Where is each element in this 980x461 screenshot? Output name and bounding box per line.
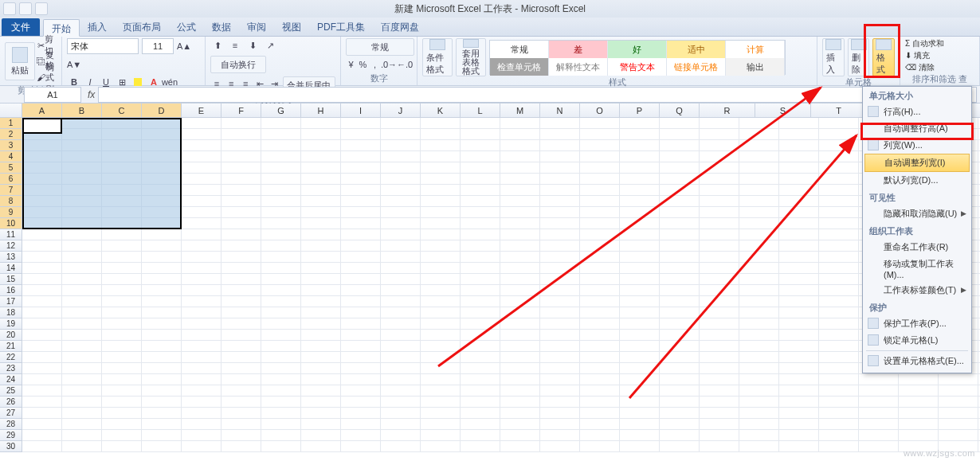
worksheet-grid[interactable]: ABCDEFGHIJKLMNOPQRSTU 123456789101112131… [0,104,980,461]
currency-icon[interactable]: ¥ [346,57,356,72]
row-header[interactable]: 30 [0,441,22,452]
row-header[interactable]: 2 [0,129,22,140]
format-painter-button[interactable]: 🖌 格式刷 [38,70,53,84]
row-header[interactable]: 23 [0,363,22,374]
row-header[interactable]: 1 [0,118,22,129]
row-header[interactable]: 24 [0,374,22,385]
menu-move-copy[interactable]: 移动或复制工作表(M)... [863,256,971,282]
formula-bar[interactable] [98,87,977,103]
tab-insert[interactable]: 插入 [80,18,115,36]
tab-pagelayout[interactable]: 页面布局 [115,18,169,36]
row-header[interactable]: 20 [0,330,22,341]
row-header[interactable]: 3 [0,140,22,151]
row-header[interactable]: 18 [0,307,22,318]
tab-data[interactable]: 数据 [204,18,239,36]
menu-row-height[interactable]: 行高(H)... [863,104,971,120]
tab-baidu[interactable]: 百度网盘 [373,18,427,36]
number-format-combo[interactable]: 常规 [346,38,414,56]
row-header[interactable]: 21 [0,341,22,352]
column-header[interactable]: Q [660,104,700,117]
style-cell[interactable]: 输出 [726,58,785,76]
decrease-decimal-icon[interactable]: ←.0 [398,57,412,72]
menu-autofit-col[interactable]: 自动调整列宽(I) [864,154,970,172]
select-all-corner[interactable] [0,104,22,117]
style-cell[interactable]: 警告文本 [608,58,667,76]
clear-button[interactable]: ⌫ 清除 [905,62,935,73]
row-header[interactable]: 6 [0,174,22,185]
style-cell[interactable]: 适中 [667,41,726,58]
name-box[interactable]: A1 [24,87,81,103]
column-header[interactable]: L [461,104,500,117]
menu-hide-unhide[interactable]: 隐藏和取消隐藏(U)▶ [863,205,971,222]
row-header[interactable]: 28 [0,419,22,430]
percent-icon[interactable]: % [358,57,368,72]
autosum-button[interactable]: Σ 自动求和 [905,38,944,49]
style-cell[interactable]: 链接单元格 [667,58,726,76]
column-header[interactable]: M [500,104,540,117]
row-header[interactable]: 11 [0,229,22,240]
tab-pdf[interactable]: PDF工具集 [309,18,373,36]
save-icon[interactable] [3,2,16,15]
format-cells-button[interactable]: 格式 [872,38,895,76]
align-middle-icon[interactable]: ≡ [228,38,242,53]
column-header[interactable]: N [540,104,580,117]
row-header[interactable]: 10 [0,218,22,229]
menu-protect-sheet[interactable]: 保护工作表(P)... [863,315,971,332]
row-header[interactable]: 4 [0,151,22,162]
row-header[interactable]: 15 [0,274,22,285]
decrease-font-icon[interactable]: A▼ [67,57,81,72]
column-header[interactable]: A [22,104,62,117]
column-header[interactable]: J [381,104,421,117]
wrap-text-button[interactable]: 自动换行 [210,56,266,73]
tab-view[interactable]: 视图 [274,18,309,36]
row-header[interactable]: 5 [0,162,22,174]
row-header[interactable]: 8 [0,196,22,207]
column-header[interactable]: H [301,104,341,117]
comma-icon[interactable]: , [370,57,380,72]
row-header[interactable]: 27 [0,408,22,419]
row-header[interactable]: 13 [0,252,22,263]
tab-formulas[interactable]: 公式 [169,18,204,36]
table-format-button[interactable]: 套用 表格格式 [456,38,486,76]
increase-font-icon[interactable]: A▲ [177,39,191,53]
column-header[interactable]: R [700,104,755,117]
style-cell[interactable]: 解释性文本 [549,58,608,76]
row-header[interactable]: 16 [0,285,22,296]
menu-autofit-row[interactable]: 自动调整行高(A) [863,120,971,137]
conditional-format-button[interactable]: 条件格式 [422,38,453,76]
align-top-icon[interactable]: ⬆ [210,38,225,53]
row-header[interactable]: 14 [0,263,22,274]
row-header[interactable]: 26 [0,397,22,408]
cell-styles-gallery[interactable]: 常规差好适中计算检查单元格解释性文本警告文本链接单元格输出 [489,40,786,75]
undo-icon[interactable] [19,2,32,15]
font-name-combo[interactable]: 宋体 [67,38,139,54]
menu-col-width[interactable]: 列宽(W)... [863,137,971,154]
column-header[interactable]: P [620,104,660,117]
tab-review[interactable]: 审阅 [239,18,274,36]
column-header[interactable]: O [580,104,620,117]
redo-icon[interactable] [35,2,48,15]
menu-tab-color[interactable]: 工作表标签颜色(T)▶ [863,282,971,299]
style-cell[interactable]: 差 [549,41,608,58]
style-cell[interactable]: 常规 [490,41,549,58]
row-header[interactable]: 29 [0,430,22,441]
orientation-icon[interactable]: ↗ [263,38,277,53]
column-header[interactable]: I [341,104,381,117]
menu-format-cells[interactable]: 设置单元格格式(E)... [863,353,971,369]
fill-button[interactable]: ⬇ 填充 [905,50,930,61]
row-header[interactable]: 22 [0,352,22,363]
column-header[interactable]: D [142,104,182,117]
insert-cells-button[interactable]: 插入 [822,38,845,76]
increase-decimal-icon[interactable]: .0→ [382,57,396,72]
delete-cells-button[interactable]: 删除 [848,38,870,76]
column-header[interactable]: E [182,104,221,117]
tab-file[interactable]: 文件 [2,18,40,36]
row-header[interactable]: 12 [0,240,22,252]
style-cell[interactable]: 检查单元格 [490,58,549,76]
menu-lock-cell[interactable]: 锁定单元格(L) [863,332,971,349]
row-header[interactable]: 7 [0,185,22,196]
column-header[interactable]: T [811,104,867,117]
column-header[interactable]: F [221,104,261,117]
menu-default-width[interactable]: 默认列宽(D)... [863,172,971,189]
column-header[interactable]: G [261,104,301,117]
